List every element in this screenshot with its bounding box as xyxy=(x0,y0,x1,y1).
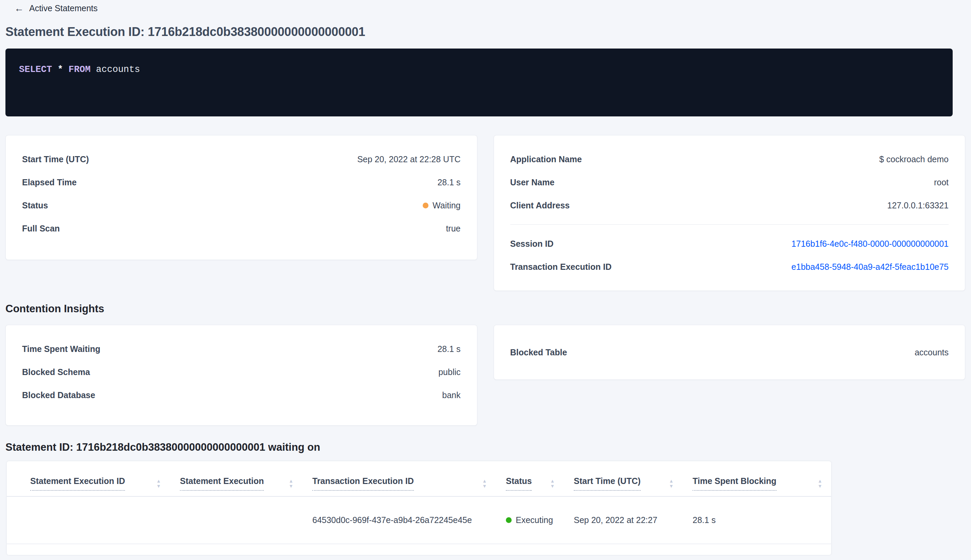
cell-status: Executing xyxy=(496,497,564,544)
session-info-card: Application Name $ cockroach demo User N… xyxy=(494,135,966,291)
blocked-database-value: bank xyxy=(442,390,460,400)
sql-star-operator: * xyxy=(57,65,63,75)
blocked-database-label: Blocked Database xyxy=(22,390,95,400)
sort-icon: ▲▼ xyxy=(669,479,674,488)
statement-overview-card: Start Time (UTC) Sep 20, 2022 at 22:28 U… xyxy=(5,135,477,260)
time-spent-waiting-value: 28.1 s xyxy=(437,344,460,354)
sort-icon: ▲▼ xyxy=(818,479,822,488)
full-scan-row: Full Scan true xyxy=(22,217,461,240)
waiting-on-table: Statement Execution ID ▲▼ Statement Exec… xyxy=(7,461,831,544)
elapsed-time-value: 28.1 s xyxy=(437,177,460,187)
session-id-link[interactable]: 1716b1f6-4e0c-f480-0000-000000000001 xyxy=(791,238,949,249)
client-address-value: 127.0.0.1:63321 xyxy=(887,200,949,210)
sql-statement-box: SELECT * FROM accounts xyxy=(5,48,953,117)
sort-icon: ▲▼ xyxy=(289,479,293,488)
elapsed-time-row: Elapsed Time 28.1 s xyxy=(22,171,461,194)
status-label: Status xyxy=(22,200,48,210)
status-row: Status Waiting xyxy=(22,194,461,217)
full-scan-value: true xyxy=(446,223,460,233)
session-card-divider xyxy=(510,224,949,225)
blocked-table-label: Blocked Table xyxy=(510,347,567,357)
start-time-label: Start Time (UTC) xyxy=(22,154,89,164)
status-executing-text: Executing xyxy=(516,515,553,525)
status-value: Waiting xyxy=(423,200,460,210)
application-name-value: $ cockroach demo xyxy=(879,154,949,164)
sql-keyword-select: SELECT xyxy=(19,65,52,75)
waiting-on-table-card: Statement Execution ID ▲▼ Statement Exec… xyxy=(7,461,831,555)
sort-icon: ▲▼ xyxy=(156,479,161,488)
transaction-execution-id-label: Transaction Execution ID xyxy=(510,262,612,272)
back-link[interactable]: ← Active Statements xyxy=(5,3,97,13)
statement-execution-details-page: ← Active Statements Statement Execution … xyxy=(0,0,971,555)
back-arrow-icon: ← xyxy=(14,4,24,13)
time-spent-waiting-row: Time Spent Waiting 28.1 s xyxy=(22,337,461,360)
column-header-statement-execution-id[interactable]: Statement Execution ID ▲▼ xyxy=(7,461,170,497)
cell-start-time: Sep 20, 2022 at 22:27 xyxy=(564,497,682,544)
blocked-table-card: Blocked Table accounts xyxy=(494,325,966,380)
back-link-label: Active Statements xyxy=(29,3,97,13)
overview-cards-row: Start Time (UTC) Sep 20, 2022 at 22:28 U… xyxy=(5,135,965,291)
user-name-value: root xyxy=(934,177,949,187)
contention-insights-heading: Contention Insights xyxy=(5,302,965,315)
user-name-label: User Name xyxy=(510,177,555,187)
session-id-row: Session ID 1716b1f6-4e0c-f480-0000-00000… xyxy=(510,232,949,255)
application-name-row: Application Name $ cockroach demo xyxy=(510,148,949,171)
client-address-row: Client Address 127.0.0.1:63321 xyxy=(510,194,949,217)
column-header-statement-execution[interactable]: Statement Execution ▲▼ xyxy=(170,461,302,497)
application-name-label: Application Name xyxy=(510,154,582,164)
start-time-value: Sep 20, 2022 at 22:28 UTC xyxy=(357,154,460,164)
time-spent-waiting-label: Time Spent Waiting xyxy=(22,344,100,354)
page-title: Statement Execution ID: 1716b218dc0b3838… xyxy=(5,25,965,39)
sql-table-name: accounts xyxy=(96,65,140,75)
client-address-label: Client Address xyxy=(510,200,570,210)
blocked-schema-label: Blocked Schema xyxy=(22,367,90,377)
status-waiting-text: Waiting xyxy=(432,200,460,210)
sql-keyword-from: FROM xyxy=(68,65,91,75)
contention-details-card: Time Spent Waiting 28.1 s Blocked Schema… xyxy=(5,325,477,426)
column-header-status[interactable]: Status ▲▼ xyxy=(496,461,564,497)
column-header-start-time[interactable]: Start Time (UTC) ▲▼ xyxy=(564,461,682,497)
waiting-on-heading: Statement ID: 1716b218dc0b38380000000000… xyxy=(5,441,965,454)
blocked-table-value: accounts xyxy=(915,347,949,357)
blocked-schema-row: Blocked Schema public xyxy=(22,360,461,383)
blocked-table-row: Blocked Table accounts xyxy=(510,341,949,364)
column-header-time-spent-blocking[interactable]: Time Spent Blocking ▲▼ xyxy=(682,461,831,497)
cell-time-spent-blocking: 28.1 s xyxy=(682,497,831,544)
status-waiting-dot-icon xyxy=(423,203,429,208)
start-time-row: Start Time (UTC) Sep 20, 2022 at 22:28 U… xyxy=(22,148,461,171)
contention-cards-row: Time Spent Waiting 28.1 s Blocked Schema… xyxy=(5,325,965,426)
blocked-database-row: Blocked Database bank xyxy=(22,383,461,407)
blocked-schema-value: public xyxy=(438,367,460,377)
transaction-execution-id-row: Transaction Execution ID e1bba458-5948-4… xyxy=(510,255,949,278)
session-id-label: Session ID xyxy=(510,238,554,249)
table-header-row: Statement Execution ID ▲▼ Statement Exec… xyxy=(7,461,831,497)
cell-transaction-execution-id: 64530d0c-969f-437e-a9b4-26a72245e45e xyxy=(302,497,496,544)
full-scan-label: Full Scan xyxy=(22,223,60,233)
cell-statement-execution xyxy=(170,497,302,544)
status-executing-dot-icon xyxy=(506,517,512,523)
cell-statement-execution-id xyxy=(7,497,170,544)
user-name-row: User Name root xyxy=(510,171,949,194)
sort-icon: ▲▼ xyxy=(550,479,555,488)
sort-icon: ▲▼ xyxy=(482,479,487,488)
column-header-transaction-execution-id[interactable]: Transaction Execution ID ▲▼ xyxy=(302,461,496,497)
transaction-execution-id-link[interactable]: e1bba458-5948-40a9-a42f-5feac1b10e75 xyxy=(791,262,949,272)
elapsed-time-label: Elapsed Time xyxy=(22,177,77,187)
table-row: 64530d0c-969f-437e-a9b4-26a72245e45e Exe… xyxy=(7,497,831,544)
